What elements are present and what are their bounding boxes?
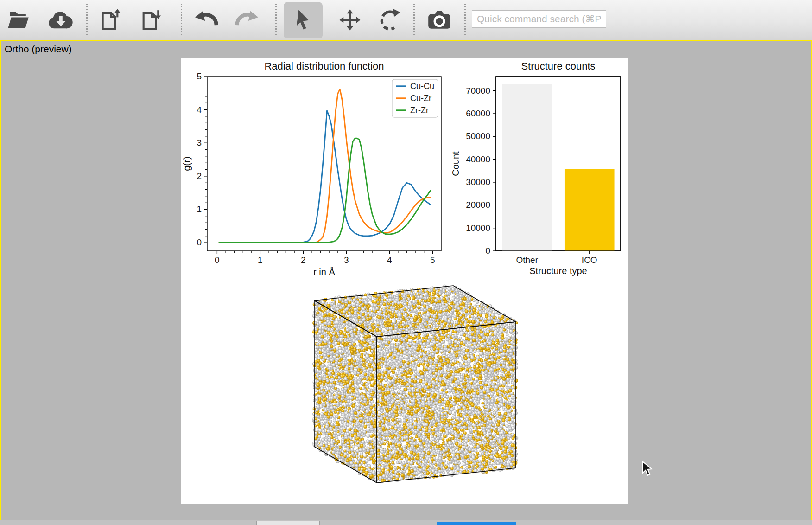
file-up-arrow-icon [99, 8, 123, 32]
frame-slider-handle[interactable] [437, 522, 516, 525]
mouse-cursor-icon [641, 461, 655, 477]
application-window: Ortho (preview) 012345012345Radial distr… [0, 0, 812, 525]
svg-text:70000: 70000 [466, 86, 490, 96]
svg-text:4: 4 [197, 105, 202, 115]
camera-icon [426, 7, 452, 33]
svg-text:ICO: ICO [582, 255, 597, 265]
svg-text:3: 3 [197, 138, 202, 147]
import-remote-file-button[interactable] [44, 2, 76, 38]
cursor-arrow-icon [292, 8, 315, 32]
svg-text:Radial distribution function: Radial distribution function [264, 60, 384, 72]
timeline-strip [0, 520, 812, 525]
rotate-circular-arrow-icon [378, 8, 402, 32]
rotate-mode-button[interactable] [374, 2, 405, 38]
toolbar-separator [181, 4, 182, 35]
svg-text:g(r): g(r) [182, 156, 192, 171]
svg-text:Count: Count [450, 151, 461, 176]
frame-spinbox[interactable] [256, 521, 320, 525]
simulation-cell-render [278, 274, 538, 492]
svg-text:40000: 40000 [466, 154, 490, 164]
file-down-arrow-icon [140, 8, 164, 32]
open-file-button[interactable] [4, 2, 34, 38]
structure-counts-bar-chart: 010000200003000040000500006000070000Othe… [445, 56, 649, 288]
select-mode-button[interactable] [284, 2, 323, 38]
file-export-button[interactable] [95, 2, 126, 38]
toolbar-separator [86, 4, 88, 35]
redo-button[interactable] [230, 2, 263, 38]
svg-text:Structure type: Structure type [529, 266, 587, 276]
svg-text:Cu-Cu: Cu-Cu [410, 82, 434, 91]
folder-open-icon [6, 7, 32, 32]
svg-text:1: 1 [197, 204, 202, 214]
svg-text:10000: 10000 [466, 223, 490, 233]
svg-text:60000: 60000 [466, 109, 490, 118]
svg-text:Zr-Zr: Zr-Zr [410, 106, 429, 115]
move-arrows-icon [338, 8, 362, 32]
svg-text:0: 0 [485, 246, 490, 256]
svg-text:1: 1 [258, 255, 263, 265]
undo-button[interactable] [190, 2, 223, 38]
svg-text:5: 5 [197, 71, 202, 81]
svg-text:0: 0 [215, 255, 220, 265]
svg-text:2: 2 [197, 171, 202, 181]
svg-text:20000: 20000 [466, 200, 490, 210]
svg-text:Other: Other [516, 255, 538, 265]
toolbar-separator [464, 4, 466, 35]
toolbar-separator [413, 4, 415, 35]
pan-mode-button[interactable] [335, 2, 365, 38]
redo-arrow-icon [233, 6, 260, 33]
undo-arrow-icon [193, 6, 220, 33]
viewport-label: Ortho (preview) [5, 44, 72, 55]
svg-text:50000: 50000 [466, 131, 490, 141]
svg-text:3: 3 [344, 255, 349, 265]
svg-text:Cu-Zr: Cu-Zr [410, 94, 431, 103]
svg-text:Structure counts: Structure counts [521, 60, 595, 72]
svg-text:2: 2 [301, 255, 306, 265]
toolbar-separator [275, 4, 277, 35]
timeline-divider [224, 521, 224, 525]
svg-text:4: 4 [387, 255, 392, 265]
main-toolbar [0, 0, 812, 40]
viewport-ortho[interactable]: Ortho (preview) 012345012345Radial distr… [0, 40, 812, 521]
svg-text:0: 0 [197, 237, 202, 247]
render-image-button[interactable] [423, 2, 456, 38]
quick-command-search-input[interactable] [472, 10, 606, 28]
rdf-line-chart: 012345012345Radial distribution function… [181, 56, 463, 288]
svg-text:5: 5 [430, 255, 435, 265]
cloud-download-icon [46, 6, 73, 33]
file-import-button[interactable] [136, 2, 167, 38]
svg-text:30000: 30000 [466, 177, 490, 187]
